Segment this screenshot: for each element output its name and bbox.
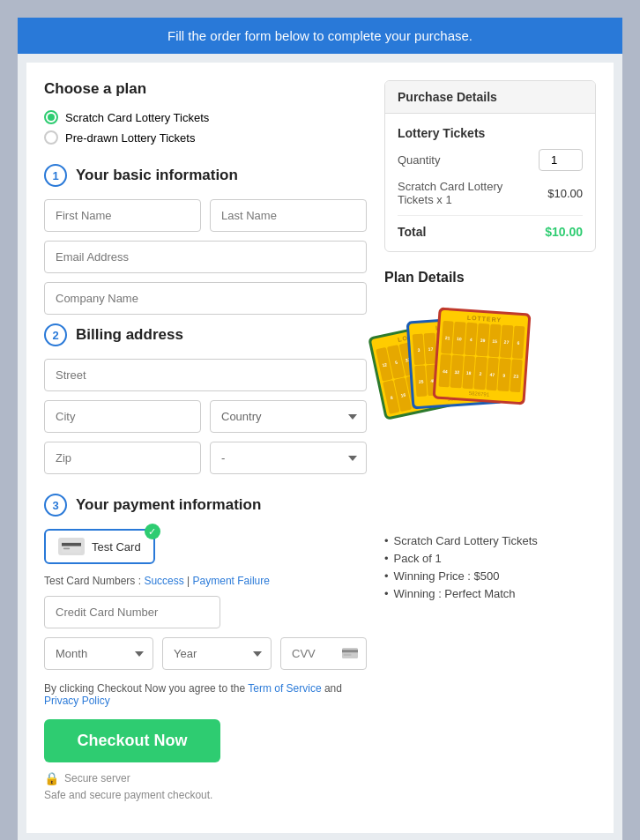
step2-label: Billing address — [76, 326, 183, 344]
cvv-wrap — [280, 637, 367, 670]
plan-bullets: Scratch Card Lottery Tickets Pack of 1 W… — [384, 534, 596, 600]
plan-details: Plan Details LOTTERY 12 5 33 7 19 — [384, 270, 596, 600]
test-card-info: Test Card Numbers : Success | Payment Fa… — [44, 575, 367, 587]
bullet-1: Pack of 1 — [384, 552, 596, 565]
billing-section: 2 Billing address Country - — [44, 323, 367, 474]
email-row — [44, 241, 367, 273]
item-label: Scratch Card Lottery Tickets x 1 — [398, 180, 547, 206]
lock-icon: 🔒 — [44, 771, 59, 785]
step3-label: Your payment information — [76, 496, 261, 514]
cc-number-input[interactable] — [44, 596, 220, 628]
top-banner: Fill the order form below to complete yo… — [18, 18, 622, 54]
step2-header: 2 Billing address — [44, 323, 367, 346]
svg-rect-4 — [342, 650, 358, 652]
bullet-2: Winning Price : $500 — [384, 569, 596, 583]
terms-and: and — [324, 682, 342, 695]
year-select[interactable]: Year — [162, 637, 272, 670]
bullet-0: Scratch Card Lottery Tickets — [384, 534, 596, 547]
purchase-details-box: Purchase Details Lottery Tickets Quantit… — [384, 80, 596, 252]
total-row: Total $10.00 — [398, 225, 583, 239]
quantity-input[interactable] — [539, 149, 583, 171]
banner-text: Fill the order form below to complete yo… — [167, 28, 473, 43]
first-name-input[interactable] — [44, 199, 201, 232]
terms-text: By clicking Checkout Now you agree to th… — [44, 682, 367, 707]
radio-predrawn[interactable]: Pre-drawn Lottery Tickets — [44, 130, 367, 145]
item-row: Scratch Card Lottery Tickets x 1 $10.00 — [398, 180, 583, 206]
right-panel: Purchase Details Lottery Tickets Quantit… — [384, 80, 596, 815]
step1-label: Your basic information — [76, 167, 238, 184]
last-name-input[interactable] — [210, 199, 367, 232]
radio-predrawn-label: Pre-drawn Lottery Tickets — [65, 131, 195, 145]
terms-link[interactable]: Term of Service — [248, 682, 321, 695]
privacy-link[interactable]: Privacy Policy — [44, 695, 110, 707]
street-row — [44, 359, 367, 391]
radio-scratch-label: Scratch Card Lottery Tickets — [65, 111, 209, 124]
step3-header: 3 Your payment information — [44, 494, 367, 517]
checkout-button[interactable]: Checkout Now — [44, 719, 220, 762]
month-select[interactable]: Month — [44, 637, 153, 670]
step2-circle: 2 — [44, 323, 67, 346]
plan-details-title: Plan Details — [384, 270, 596, 286]
page-wrapper: Fill the order form below to complete yo… — [18, 18, 622, 840]
radio-scratch-indicator — [44, 110, 58, 124]
svg-rect-0 — [62, 540, 81, 553]
card-check-icon: ✓ — [145, 524, 160, 539]
payment-section: 3 Your payment information Test Card ✓ — [44, 494, 367, 801]
test-numbers-label: Test Card Numbers : — [44, 575, 144, 587]
state-select[interactable]: - — [210, 442, 367, 474]
purchase-details-body: Lottery Tickets Quantity Scratch Card Lo… — [385, 114, 595, 251]
quantity-row: Quantity — [398, 149, 583, 171]
name-row — [44, 199, 367, 232]
company-input[interactable] — [44, 282, 367, 315]
cc-row — [44, 596, 367, 628]
zip-state-row: - — [44, 442, 367, 474]
country-select[interactable]: Country — [210, 400, 367, 433]
quantity-label: Quantity — [398, 153, 539, 167]
secure-label: Secure server — [64, 772, 130, 784]
radio-predrawn-indicator — [44, 130, 58, 145]
test-card-option[interactable]: Test Card ✓ — [44, 529, 155, 564]
purchase-details-header: Purchase Details — [385, 81, 595, 114]
svg-rect-3 — [342, 648, 358, 658]
radio-scratch[interactable]: Scratch Card Lottery Tickets — [44, 110, 367, 124]
svg-rect-2 — [63, 547, 70, 549]
main-content: Choose a plan Scratch Card Lottery Ticke… — [26, 63, 614, 833]
secure-sub: Safe and secure payment checkout. — [44, 789, 367, 801]
pd-divider — [398, 215, 583, 216]
company-row — [44, 282, 367, 315]
cvv-icon — [342, 646, 358, 662]
plan-section-title: Choose a plan — [44, 80, 367, 98]
lottery-image: LOTTERY 12 5 33 7 19 2 45 8 16 — [384, 296, 561, 411]
svg-rect-1 — [62, 543, 81, 546]
terms-prefix: By clicking Checkout Now you agree to th… — [44, 682, 248, 695]
lottery-card-red: LOTTERY 21 10 4 39 15 27 6 44 32 — [433, 307, 532, 405]
left-panel: Choose a plan Scratch Card Lottery Ticke… — [44, 80, 384, 815]
success-link[interactable]: Success — [144, 575, 183, 587]
step3-circle: 3 — [44, 494, 67, 517]
card-label: Test Card — [92, 540, 141, 554]
plan-section: Choose a plan Scratch Card Lottery Ticke… — [44, 80, 367, 145]
card-icon — [58, 538, 85, 555]
total-label: Total — [398, 225, 426, 239]
cvv-row: Month Year — [44, 637, 367, 670]
total-price: $10.00 — [545, 225, 583, 239]
city-country-row: Country — [44, 400, 367, 433]
failure-link[interactable]: Payment Failure — [193, 575, 270, 587]
email-input[interactable] — [44, 241, 367, 273]
secure-info: 🔒 Secure server — [44, 771, 367, 785]
city-input[interactable] — [44, 400, 201, 433]
bullet-3: Winning : Perfect Match — [384, 587, 596, 600]
step1-circle: 1 — [44, 164, 67, 187]
step1-header: 1 Your basic information — [44, 164, 367, 187]
item-price: $10.00 — [547, 187, 583, 200]
street-input[interactable] — [44, 359, 367, 391]
zip-input[interactable] — [44, 442, 201, 474]
tickets-title: Lottery Tickets — [398, 126, 583, 140]
svg-rect-5 — [344, 653, 352, 655]
